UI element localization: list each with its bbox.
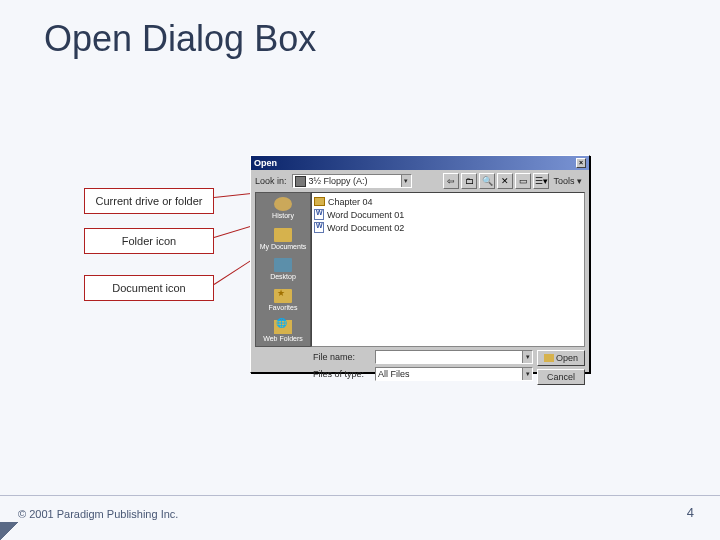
newfolder-button[interactable]: ▭ — [515, 173, 531, 189]
lookin-value: 3½ Floppy (A:) — [309, 176, 368, 186]
callout-folder-icon: Folder icon — [84, 228, 214, 254]
list-item[interactable]: Word Document 01 — [314, 208, 582, 221]
open-button[interactable]: Open — [537, 350, 585, 366]
back-button[interactable]: ⇦ — [443, 173, 459, 189]
open-dialog: Open × Look in: 3½ Floppy (A:) ▾ ⇦ 🗀 🔍 ✕… — [250, 155, 590, 373]
history-icon — [274, 197, 292, 211]
chevron-down-icon[interactable]: ▾ — [522, 368, 532, 380]
place-webfolders[interactable]: Web Folders — [256, 315, 310, 346]
place-favorites[interactable]: Favorites — [256, 285, 310, 316]
dialog-title: Open — [254, 158, 277, 168]
list-item[interactable]: Word Document 02 — [314, 221, 582, 234]
webfolders-icon — [274, 320, 292, 334]
tools-menu[interactable]: Tools ▾ — [551, 176, 585, 186]
file-list[interactable]: Chapter 04 Word Document 01 Word Documen… — [311, 192, 585, 347]
divider — [0, 495, 720, 496]
lookin-label: Look in: — [255, 176, 290, 186]
place-desktop[interactable]: Desktop — [256, 254, 310, 285]
callout-current-drive: Current drive or folder — [84, 188, 214, 214]
page-number: 4 — [687, 505, 694, 520]
callout-document-icon: Document icon — [84, 275, 214, 301]
chevron-down-icon[interactable]: ▾ — [401, 175, 411, 187]
folder-icon — [314, 197, 325, 206]
folder-icon — [274, 228, 292, 242]
list-item[interactable]: Chapter 04 — [314, 195, 582, 208]
delete-button[interactable]: ✕ — [497, 173, 513, 189]
filetype-select[interactable]: All Files ▾ — [375, 367, 533, 381]
lookin-toolbar: Look in: 3½ Floppy (A:) ▾ ⇦ 🗀 🔍 ✕ ▭ ☰▾ T… — [251, 170, 589, 192]
dialog-titlebar: Open × — [251, 156, 589, 170]
place-history[interactable]: History — [256, 193, 310, 224]
corner-decoration — [0, 522, 18, 540]
lookin-dropdown[interactable]: 3½ Floppy (A:) ▾ — [292, 174, 412, 188]
open-icon — [544, 354, 554, 362]
place-mydocuments[interactable]: My Documents — [256, 224, 310, 255]
filetype-label: Files of type: — [313, 369, 371, 379]
desktop-icon — [274, 258, 292, 272]
close-icon[interactable]: × — [576, 158, 586, 168]
floppy-icon — [295, 176, 306, 187]
favorites-icon — [274, 289, 292, 303]
page-title: Open Dialog Box — [44, 18, 316, 60]
filename-input[interactable]: ▾ — [375, 350, 533, 364]
document-icon — [314, 209, 324, 220]
filename-label: File name: — [313, 352, 371, 362]
document-icon — [314, 222, 324, 233]
search-button[interactable]: 🔍 — [479, 173, 495, 189]
views-button[interactable]: ☰▾ — [533, 173, 549, 189]
up-button[interactable]: 🗀 — [461, 173, 477, 189]
cancel-button[interactable]: Cancel — [537, 369, 585, 385]
places-bar: History My Documents Desktop Favorites W… — [255, 192, 311, 347]
footer-copyright: © 2001 Paradigm Publishing Inc. — [18, 508, 178, 520]
chevron-down-icon[interactable]: ▾ — [522, 351, 532, 363]
